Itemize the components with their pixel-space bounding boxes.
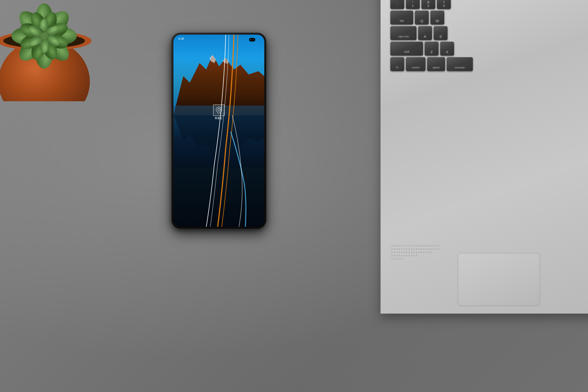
svg-point-36 [391,245,393,246]
svg-point-74 [436,248,437,250]
rbc-text-label: RBC [215,116,223,120]
svg-point-86 [416,252,417,253]
svg-point-53 [433,245,434,246]
svg-point-71 [428,248,430,250]
key-w[interactable]: W [430,10,444,24]
key-x[interactable]: X [440,42,454,56]
svg-point-98 [404,255,405,256]
key-row-zxc: shift Z X [390,42,588,56]
svg-point-93 [391,255,393,256]
svg-point-107 [399,258,400,260]
svg-point-81 [404,252,405,253]
key-capslock[interactable]: caps lock [390,26,416,40]
svg-point-51 [428,245,430,246]
key-q[interactable]: Q [415,10,429,24]
key-s[interactable]: S [434,26,448,40]
key-option[interactable]: option [427,57,445,71]
svg-point-37 [394,245,395,246]
svg-point-92 [430,252,432,253]
svg-point-85 [414,252,415,253]
svg-point-62 [406,248,407,250]
svg-point-72 [430,248,432,250]
svg-point-50 [426,245,427,246]
svg-point-55 [438,245,439,246]
svg-point-67 [418,248,420,250]
svg-point-108 [401,258,402,260]
laptop-body: ~ ` ! 1 @ 2 # 3 tab [380,0,588,314]
svg-point-44 [411,245,412,246]
svg-point-79 [399,252,400,253]
svg-point-45 [414,245,415,246]
svg-point-77 [394,252,395,253]
svg-point-59 [399,248,400,250]
phone: RBC 6:48 [172,33,266,229]
svg-point-39 [399,245,400,246]
svg-point-88 [421,252,422,253]
key-tilde[interactable]: ~ ` [390,0,404,9]
svg-point-60 [401,248,402,250]
laptop: ~ ` ! 1 @ 2 # 3 tab [380,0,588,314]
svg-point-61 [404,248,405,250]
key-fn[interactable]: fn [390,57,404,71]
key-row-modifiers: fn control option comman [390,57,588,71]
svg-point-25 [40,32,48,40]
screen-wallpaper [174,35,264,227]
svg-point-102 [414,255,415,256]
status-time: 6:48 [178,37,184,40]
camera-punch-hole [249,38,255,42]
svg-point-66 [416,248,417,250]
svg-point-84 [411,252,412,253]
svg-point-97 [401,255,402,256]
svg-point-105 [394,258,395,260]
svg-point-106 [396,258,398,260]
key-row-asdf: caps lock A S [390,26,588,40]
svg-point-90 [426,252,427,253]
svg-point-46 [416,245,417,246]
plant-container [0,0,101,101]
svg-point-35 [218,108,219,110]
svg-point-57 [394,248,395,250]
svg-point-104 [391,258,393,260]
key-command[interactable]: comman [447,57,473,71]
svg-point-103 [416,255,417,256]
plant-svg [0,0,101,101]
key-a[interactable]: A [418,26,432,40]
phone-screen: RBC 6:48 [174,35,264,227]
svg-point-49 [423,245,424,246]
svg-point-56 [391,248,393,250]
key-row-numbers: ~ ` ! 1 @ 2 # 3 [390,0,588,9]
phone-body: RBC 6:48 [172,33,266,229]
svg-point-75 [438,248,439,250]
svg-point-101 [411,255,412,256]
svg-point-65 [414,248,415,250]
key-2[interactable]: @ 2 [422,0,435,9]
svg-point-76 [391,252,393,253]
trackpad[interactable] [458,253,540,306]
svg-point-47 [418,245,420,246]
svg-point-82 [406,252,407,253]
svg-point-54 [436,245,437,246]
key-tab[interactable]: tab [390,10,413,24]
camera-lens-secondary [252,39,254,41]
svg-point-38 [396,245,398,246]
svg-point-100 [408,255,410,256]
svg-point-70 [426,248,427,250]
svg-point-95 [396,255,398,256]
svg-point-73 [433,248,434,250]
svg-point-41 [404,245,405,246]
svg-point-42 [406,245,407,246]
svg-point-78 [396,252,398,253]
key-3[interactable]: # 3 [437,0,451,9]
key-control[interactable]: control [406,57,426,71]
svg-point-87 [418,252,420,253]
svg-point-43 [408,245,410,246]
speaker-grille: // Dots generated via SVG [390,243,448,263]
key-z[interactable]: Z [425,42,438,56]
key-1[interactable]: ! 1 [406,0,420,9]
svg-point-99 [406,255,407,256]
svg-point-48 [421,245,422,246]
key-shift[interactable]: shift [390,42,423,56]
rbc-lion-icon [215,106,223,114]
svg-point-52 [430,245,432,246]
svg-point-96 [399,255,400,256]
